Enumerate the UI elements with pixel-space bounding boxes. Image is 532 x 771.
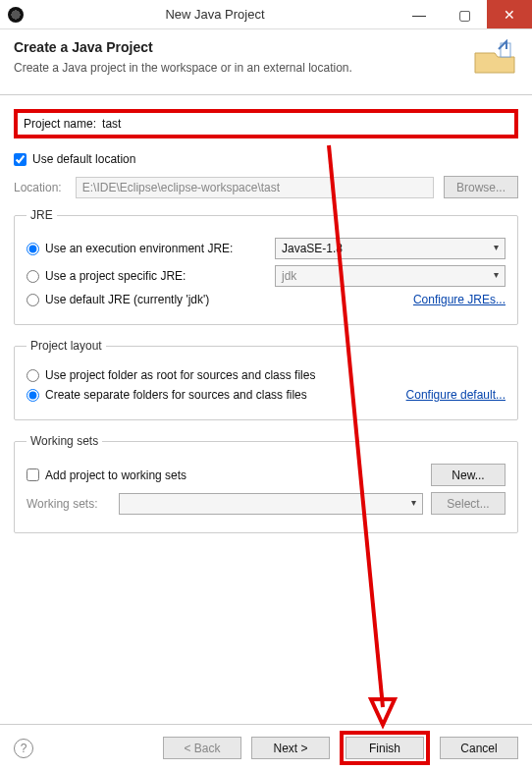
project-name-input[interactable] (102, 117, 508, 131)
jre-exec-env-label: Use an execution environment JRE: (45, 242, 261, 255)
svg-marker-2 (371, 699, 395, 725)
jre-exec-env-radio[interactable] (27, 243, 39, 255)
jre-default-radio[interactable] (27, 294, 39, 306)
header-title: Create a Java Project (14, 39, 352, 55)
project-layout-group: Project layout Use project folder as roo… (14, 339, 518, 420)
location-row: Location: Browse... (14, 176, 518, 198)
location-input (76, 177, 434, 198)
browse-button[interactable]: Browse... (444, 176, 518, 198)
layout-separate-radio[interactable] (27, 389, 39, 402)
wizard-body: Project name: Use default location Locat… (0, 95, 532, 533)
maximize-button[interactable]: ▢ (442, 0, 487, 28)
window-title: New Java Project (33, 7, 397, 22)
jre-default-row: Use default JRE (currently 'jdk') Config… (27, 293, 505, 306)
finish-highlight: Finish (340, 731, 430, 765)
java-project-icon (471, 39, 518, 83)
jre-project-specific-select: jdk (275, 265, 505, 287)
add-to-working-sets-label: Add project to working sets (45, 468, 186, 482)
layout-separate-label: Create separate folders for sources and … (45, 388, 307, 402)
working-sets-select (119, 493, 423, 515)
next-button[interactable]: Next > (251, 737, 330, 759)
back-button[interactable]: < Back (163, 737, 241, 759)
jre-project-specific-radio[interactable] (27, 270, 39, 283)
project-name-label: Project name: (24, 117, 96, 131)
layout-root-label: Use project folder as root for sources a… (45, 368, 315, 382)
working-sets-label: Working sets: (27, 497, 97, 511)
jre-project-specific-row: Use a project specific JRE: jdk (27, 265, 505, 287)
help-icon[interactable]: ? (14, 739, 33, 758)
jre-default-label: Use default JRE (currently 'jdk') (45, 293, 209, 306)
working-sets-new-button[interactable]: New... (431, 464, 505, 486)
project-layout-legend: Project layout (27, 339, 106, 353)
project-name-row: Project name: (14, 109, 518, 138)
working-sets-select-button[interactable]: Select... (431, 492, 505, 515)
close-button[interactable]: ✕ (487, 0, 532, 28)
layout-separate-row: Create separate folders for sources and … (27, 388, 505, 402)
finish-button[interactable]: Finish (346, 737, 424, 759)
jre-group: JRE Use an execution environment JRE: Ja… (14, 208, 518, 325)
location-label: Location: (14, 181, 62, 194)
window-controls: — ▢ ✕ (397, 0, 532, 28)
layout-root-row: Use project folder as root for sources a… (27, 368, 505, 382)
jre-legend: JRE (27, 208, 57, 222)
use-default-location-label: Use default location (32, 152, 135, 166)
jre-exec-env-row: Use an execution environment JRE: JavaSE… (27, 238, 505, 259)
minimize-button[interactable]: — (397, 0, 442, 28)
use-default-location-checkbox[interactable] (14, 153, 27, 166)
titlebar: New Java Project — ▢ ✕ (0, 0, 532, 29)
configure-default-link[interactable]: Configure default... (406, 388, 505, 402)
working-sets-add-row: Add project to working sets New... (27, 464, 505, 486)
working-sets-legend: Working sets (27, 434, 102, 448)
add-to-working-sets-checkbox[interactable] (27, 468, 39, 481)
eclipse-icon (8, 7, 24, 23)
jre-project-specific-label: Use a project specific JRE: (45, 269, 261, 283)
jre-exec-env-select[interactable]: JavaSE-1.8 (275, 238, 505, 259)
working-sets-group: Working sets Add project to working sets… (14, 434, 518, 533)
configure-jres-link[interactable]: Configure JREs... (413, 293, 505, 306)
working-sets-select-row: Working sets: Select... (27, 492, 505, 515)
wizard-header: Create a Java Project Create a Java proj… (0, 29, 532, 95)
wizard-footer: ? < Back Next > Finish Cancel (0, 724, 532, 771)
cancel-button[interactable]: Cancel (440, 737, 518, 759)
default-location-row: Use default location (14, 152, 518, 166)
header-subtitle: Create a Java project in the workspace o… (14, 61, 352, 75)
layout-root-radio[interactable] (27, 369, 39, 382)
